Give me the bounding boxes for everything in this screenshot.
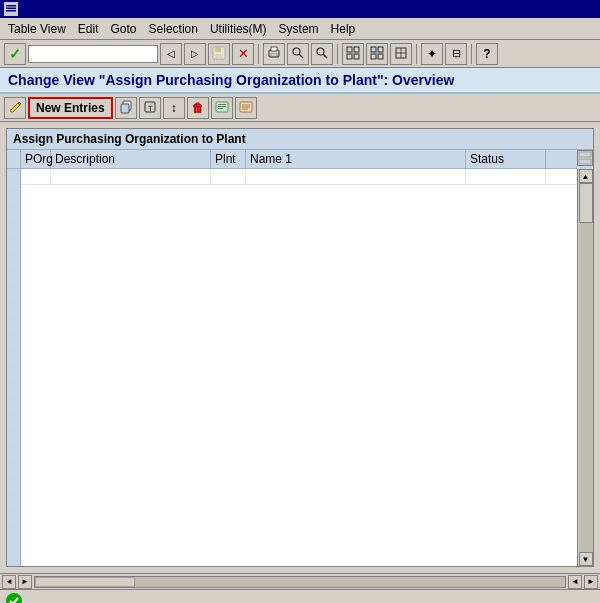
svg-rect-9 [271, 54, 277, 56]
row-num-11 [7, 329, 20, 345]
find-next-icon [315, 46, 329, 62]
find-next-button[interactable] [311, 43, 333, 65]
row-numbers [7, 169, 21, 566]
command-input[interactable] [28, 45, 158, 63]
svg-line-14 [324, 55, 327, 58]
help-btn[interactable]: ? [476, 43, 498, 65]
svg-rect-5 [215, 47, 221, 52]
svg-rect-34 [218, 106, 226, 107]
new-entries-button[interactable]: New Entries [28, 97, 113, 119]
menu-utilities[interactable]: Utilities(M) [204, 20, 273, 38]
row-num-12 [7, 345, 20, 361]
cell-porg [21, 169, 51, 184]
scroll-far-left-button[interactable]: ◄ [568, 575, 582, 589]
nav-forward-button[interactable]: ▷ [184, 43, 206, 65]
print-button[interactable] [263, 43, 285, 65]
cell-status [466, 169, 546, 184]
scroll-down-button[interactable]: ▼ [579, 552, 593, 566]
menu-help[interactable]: Help [325, 20, 362, 38]
svg-rect-8 [271, 47, 277, 51]
main-toolbar: ✓ ◁ ▷ ✕ [0, 40, 600, 68]
scroll-track-h[interactable] [34, 576, 566, 588]
edit-button[interactable] [4, 97, 26, 119]
find-button[interactable] [287, 43, 309, 65]
move-icon: ↕ [171, 101, 177, 115]
table-header: POrg Description Plnt Name 1 Status [21, 150, 577, 169]
grid-btn-2[interactable] [366, 43, 388, 65]
row-num-21 [7, 489, 20, 505]
page-title: Change View "Assign Purchasing Organizat… [0, 68, 600, 94]
svg-rect-16 [354, 47, 359, 52]
svg-point-12 [317, 48, 324, 55]
row-num-8 [7, 281, 20, 297]
svg-rect-35 [218, 108, 223, 109]
layout-btn[interactable]: ⊟ [445, 43, 467, 65]
svg-rect-41 [579, 159, 591, 164]
menu-table-view[interactable]: Table View [2, 20, 72, 38]
row-num-18 [7, 441, 20, 457]
svg-rect-6 [215, 54, 223, 58]
table-section: Assign Purchasing Organization to Plant … [6, 128, 594, 567]
grid-icon-1 [346, 46, 360, 62]
scroll-left-button[interactable]: ◄ [2, 575, 16, 589]
move-button[interactable]: ↕ [163, 97, 185, 119]
table-rows [21, 169, 577, 566]
toolbar-sep-2 [337, 44, 338, 64]
toolbar-sep-3 [416, 44, 417, 64]
star-btn[interactable]: ✦ [421, 43, 443, 65]
app-icon [4, 2, 18, 16]
table-rows-area [21, 169, 577, 566]
menu-edit[interactable]: Edit [72, 20, 105, 38]
svg-rect-15 [347, 47, 352, 52]
row-num-22 [7, 505, 20, 521]
row-num-9 [7, 297, 20, 313]
menu-goto[interactable]: Goto [105, 20, 143, 38]
row-num-13 [7, 361, 20, 377]
table-corner-button[interactable] [577, 150, 593, 166]
scroll-far-right-button[interactable]: ► [584, 575, 598, 589]
save-button[interactable] [208, 43, 230, 65]
nav-forward-icon: ▷ [191, 48, 199, 59]
secondary-toolbar: New Entries T ↕ 🗑 [0, 94, 600, 122]
row-num-15 [7, 393, 20, 409]
row-num-1 [7, 169, 20, 185]
toolbar-sep-4 [471, 44, 472, 64]
select-button[interactable] [235, 97, 257, 119]
col-header-porg: POrg [21, 150, 51, 168]
grid-btn-3[interactable] [390, 43, 412, 65]
grid-icon-2 [370, 46, 384, 62]
scroll-up-button[interactable]: ▲ [579, 169, 593, 183]
select-icon [239, 100, 253, 116]
print-icon [267, 46, 281, 62]
table-row [21, 169, 577, 185]
nav-back-button[interactable]: ◁ [160, 43, 182, 65]
grid-btn-1[interactable] [342, 43, 364, 65]
svg-rect-29 [121, 104, 129, 113]
pencil-icon [8, 100, 22, 116]
svg-rect-20 [378, 47, 383, 52]
scroll-track-v[interactable] [579, 183, 593, 552]
scroll-right-button[interactable]: ► [18, 575, 32, 589]
col-header-plnt: Plnt [211, 150, 246, 168]
svg-rect-18 [354, 54, 359, 59]
cancel-button[interactable]: ✕ [232, 43, 254, 65]
menu-selection[interactable]: Selection [143, 20, 204, 38]
toolbar-sep-1 [258, 44, 259, 64]
copy2-button[interactable]: T [139, 97, 161, 119]
delete-button[interactable]: 🗑 [187, 97, 209, 119]
row-num-4 [7, 217, 20, 233]
confirm-button[interactable]: ✓ [4, 43, 26, 65]
svg-rect-33 [218, 104, 226, 105]
svg-point-10 [293, 48, 300, 55]
copy-button[interactable] [115, 97, 137, 119]
delete-icon: 🗑 [192, 101, 204, 115]
row-num-2 [7, 185, 20, 201]
info-button[interactable] [211, 97, 233, 119]
scroll-thumb-v[interactable] [579, 183, 593, 223]
row-num-3 [7, 201, 20, 217]
copy2-icon: T [143, 100, 157, 116]
row-num-14 [7, 377, 20, 393]
svg-rect-22 [378, 54, 383, 59]
vertical-scrollbar[interactable]: ▲ ▼ [577, 169, 593, 566]
menu-system[interactable]: System [273, 20, 325, 38]
